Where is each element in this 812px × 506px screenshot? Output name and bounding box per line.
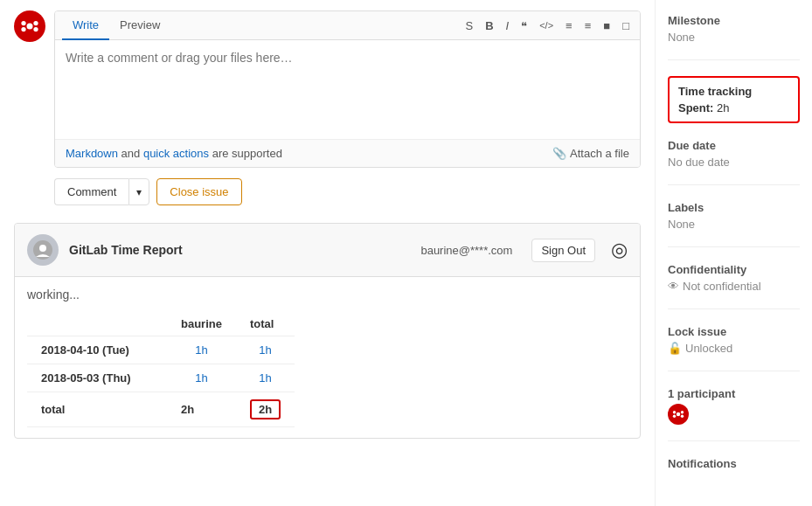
table-total-row: total 2h 2h [27, 392, 295, 427]
svg-point-10 [673, 411, 676, 413]
toolbar-checklist[interactable]: ■ [600, 17, 614, 34]
spent-value: 2h [717, 101, 729, 114]
time-tracking-box: Time tracking Spent: 2h [668, 76, 800, 123]
sidebar-participants: 1 participant [668, 387, 800, 441]
sidebar-notifications: Notifications [668, 457, 800, 489]
editor-tab-bar: Write Preview S B I ❝ </> ≡ ≡ ■ □ [55, 11, 640, 40]
attach-file-label: Attach a file [570, 147, 629, 160]
confidentiality-label: Confidentiality [668, 263, 800, 276]
lock-value-container: 🔓 Unlocked [668, 342, 800, 355]
toolbar-fullscreen[interactable]: □ [619, 17, 633, 34]
sidebar-due-date: Due date No due date [668, 139, 800, 185]
time-report-avatar [27, 234, 59, 266]
comment-button[interactable]: Comment [54, 178, 128, 205]
footer-and-text: and [121, 147, 143, 160]
tab-write[interactable]: Write [62, 11, 109, 40]
time-report-header: GitLab Time Report baurine@****.com Sign… [15, 224, 640, 277]
quick-actions-link[interactable]: quick actions [143, 147, 209, 160]
row1-date: 2018-04-10 (Tue) [27, 336, 167, 364]
toolbar-ul[interactable]: ≡ [562, 17, 576, 34]
comment-dropdown-button[interactable]: ▾ [128, 178, 149, 205]
time-report-body: working... baurine total 2018-04-10 (Tue… [15, 277, 640, 438]
confidentiality-text: Not confidential [683, 280, 761, 293]
total-label: total [27, 392, 167, 427]
toolbar-code[interactable]: </> [536, 18, 557, 32]
time-tracking-label: Time tracking [678, 85, 789, 98]
milestone-value: None [668, 31, 800, 44]
milestone-label: Milestone [668, 14, 800, 27]
toolbar-italic[interactable]: I [503, 17, 513, 34]
sidebar-confidentiality: Confidentiality 👁 Not confidential [668, 263, 800, 309]
paperclip-icon: 📎 [552, 147, 566, 160]
time-tracking-spent: Spent: 2h [678, 101, 789, 114]
action-buttons: Comment ▾ Close issue [54, 178, 641, 205]
total-highlight: 2h [250, 399, 281, 419]
table-row: 2018-04-10 (Tue) 1h 1h [27, 336, 295, 364]
svg-point-5 [33, 27, 38, 31]
tab-preview[interactable]: Preview [109, 11, 170, 40]
editor-toolbar: S B I ❝ </> ≡ ≡ ■ □ [462, 14, 634, 38]
toolbar-quote[interactable]: ❝ [517, 17, 531, 34]
due-date-value: No due date [668, 156, 800, 169]
col-user-header: baurine [167, 312, 236, 336]
svg-point-3 [33, 21, 38, 25]
lock-issue-label: Lock issue [668, 325, 800, 338]
svg-point-13 [681, 415, 684, 418]
time-report-email: baurine@****.com [420, 244, 512, 257]
svg-point-1 [27, 24, 33, 30]
total-total-value: 2h [236, 392, 295, 427]
sidebar-lock-issue: Lock issue 🔓 Unlocked [668, 325, 800, 371]
svg-point-9 [677, 412, 681, 417]
row2-date: 2018-05-03 (Thu) [27, 364, 167, 392]
editor-footer: Markdown and quick actions are supported… [55, 139, 640, 167]
sidebar-labels: Labels None [668, 201, 800, 247]
toolbar-strikethrough[interactable]: S [462, 17, 477, 34]
markdown-link[interactable]: Markdown [66, 147, 118, 160]
time-report-section: GitLab Time Report baurine@****.com Sign… [14, 223, 641, 439]
svg-point-2 [21, 21, 25, 25]
svg-point-4 [21, 27, 25, 31]
svg-point-11 [681, 411, 684, 413]
comment-textarea[interactable] [55, 40, 640, 136]
labels-value: None [668, 218, 800, 231]
total-user-value: 2h [167, 392, 236, 427]
footer-supported-text: are supported [212, 147, 282, 160]
lock-value: Unlocked [685, 342, 732, 355]
toolbar-bold[interactable]: B [482, 17, 496, 34]
attach-file-button[interactable]: 📎 Attach a file [552, 147, 629, 160]
row1-total-value: 1h [236, 336, 295, 364]
eye-icon: 👁 [668, 280, 679, 293]
labels-label: Labels [668, 201, 800, 214]
sidebar-milestone: Milestone None [668, 14, 800, 60]
row2-user-value: 1h [167, 364, 236, 392]
editor-footer-text: Markdown and quick actions are supported [66, 147, 282, 160]
github-icon: ◎ [611, 239, 628, 261]
svg-point-7 [39, 245, 46, 252]
due-date-label: Due date [668, 139, 800, 152]
comment-button-group: Comment ▾ [54, 178, 149, 205]
working-text: working... [27, 288, 628, 302]
comment-editor-box: Write Preview S B I ❝ </> ≡ ≡ ■ □ [54, 10, 641, 168]
confidentiality-value: 👁 Not confidential [668, 280, 800, 293]
table-row: 2018-05-03 (Thu) 1h 1h [27, 364, 295, 392]
sidebar: Milestone None Time tracking Spent: 2h D… [655, 0, 812, 506]
time-table: baurine total 2018-04-10 (Tue) 1h 1h 201… [27, 312, 295, 427]
lock-icon: 🔓 [668, 342, 682, 355]
row2-total-value: 1h [236, 364, 295, 392]
sign-out-button[interactable]: Sign Out [531, 239, 595, 262]
user-avatar [14, 10, 45, 42]
row1-user-value: 1h [167, 336, 236, 364]
notifications-label: Notifications [668, 457, 800, 470]
close-issue-button[interactable]: Close issue [156, 178, 241, 205]
participants-label: 1 participant [668, 387, 800, 400]
spent-label: Spent: [678, 101, 713, 114]
participant-avatar [668, 404, 689, 425]
col-empty [27, 312, 167, 336]
time-report-title: GitLab Time Report [69, 243, 410, 257]
toolbar-ol[interactable]: ≡ [581, 17, 595, 34]
svg-point-12 [673, 415, 676, 418]
col-total-header: total [236, 312, 295, 336]
